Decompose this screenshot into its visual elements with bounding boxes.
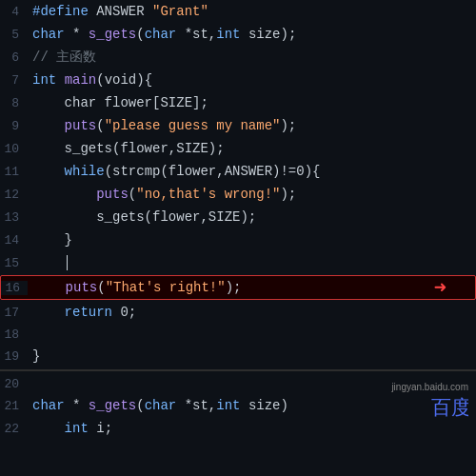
line-content: puts("no,that's wrong!"); — [27, 184, 476, 205]
code-token — [32, 255, 65, 270]
code-token — [32, 118, 65, 133]
code-line: 8 char flower[SIZE]; — [0, 91, 476, 114]
code-line: 7int main(void){ — [0, 69, 476, 91]
line-content: while(strcmp(flower,ANSWER)!=0){ — [27, 161, 476, 182]
code-token: ( — [96, 118, 104, 133]
line-content: puts("please guess my name"); — [27, 115, 476, 136]
line-number: 7 — [0, 73, 27, 88]
code-token — [32, 421, 65, 436]
code-token: char — [32, 27, 65, 42]
code-token: // 主函数 — [32, 50, 96, 65]
line-number: 5 — [0, 28, 27, 42]
code-token: "no,that's wrong!" — [136, 187, 280, 202]
code-token: s_gets(flower,SIZE); — [32, 209, 256, 225]
code-line: 13 s_gets(flower,SIZE); — [0, 206, 476, 228]
code-token: char flower[SIZE]; — [32, 95, 208, 110]
code-token: ( — [136, 398, 144, 413]
code-token: ( — [136, 27, 144, 42]
code-token: size) — [241, 398, 288, 413]
line-number: 14 — [0, 233, 27, 248]
code-token: * — [65, 27, 89, 42]
code-token: (strcmp(flower,ANSWER)!=0){ — [105, 164, 321, 179]
code-token: "That's right!" — [106, 280, 226, 295]
code-line: 9 puts("please guess my name"); — [0, 114, 476, 137]
baidu-icon: 百度 — [430, 392, 468, 421]
text-cursor — [67, 255, 68, 270]
line-number: 21 — [0, 399, 27, 413]
svg-text:百度: 百度 — [431, 396, 468, 418]
line-content: puts("That's right!"); — [28, 277, 475, 298]
code-token: } — [32, 348, 40, 364]
line-number: 6 — [0, 50, 27, 65]
code-token: } — [32, 232, 72, 248]
line-number: 9 — [0, 119, 27, 133]
code-token: (void){ — [96, 72, 152, 88]
code-token: "Grant" — [152, 4, 208, 19]
code-line: 19} — [0, 345, 476, 367]
code-token: int — [216, 27, 240, 42]
code-token: char — [145, 398, 177, 413]
code-token: puts — [65, 118, 97, 133]
code-token: ); — [226, 280, 242, 295]
code-line: 17 return 0; — [0, 301, 476, 324]
code-line: 10 s_gets(flower,SIZE); — [0, 137, 476, 160]
code-token — [32, 187, 96, 202]
code-token: puts — [66, 280, 98, 295]
code-token: size); — [241, 27, 297, 42]
code-token: i; — [89, 421, 112, 436]
code-token: return — [65, 305, 112, 320]
watermark-url: jingyan.baidu.com — [391, 382, 468, 392]
code-line: 18 — [0, 324, 476, 345]
code-token: #define — [32, 4, 96, 19]
line-number: 13 — [0, 210, 27, 225]
code-token: int — [32, 72, 56, 88]
line-number: 19 — [0, 349, 27, 364]
code-token: ANSWER — [96, 4, 152, 19]
line-number: 20 — [0, 377, 27, 391]
code-token — [32, 305, 65, 320]
code-token: "please guess my name" — [105, 118, 281, 133]
code-line: 14 } — [0, 228, 476, 251]
line-content: char * s_gets(char *st,int size); — [27, 24, 476, 45]
line-content: // 主函数 — [27, 47, 476, 68]
line-content: s_gets(flower,SIZE); — [27, 138, 476, 159]
line-number: 4 — [0, 5, 27, 19]
line-content: return 0; — [27, 302, 476, 323]
code-token: ); — [280, 118, 296, 133]
code-line: 11 while(strcmp(flower,ANSWER)!=0){ — [0, 160, 476, 183]
line-number: 10 — [0, 142, 27, 156]
line-content: int i; — [27, 418, 476, 439]
line-number: 12 — [0, 188, 27, 202]
code-token: int — [65, 421, 89, 436]
line-content: #define ANSWER "Grant" — [27, 1, 476, 22]
watermark: jingyan.baidu.com 百度 — [391, 382, 468, 421]
line-number: 18 — [0, 327, 27, 342]
line-number: 17 — [0, 306, 27, 320]
code-token: main — [65, 72, 97, 88]
code-token — [33, 280, 66, 295]
code-token: ( — [97, 280, 105, 295]
line-content: s_gets(flower,SIZE); — [27, 207, 476, 228]
code-token: *st, — [176, 27, 216, 42]
line-number: 22 — [0, 422, 27, 436]
code-token: s_gets — [89, 27, 136, 42]
code-token — [32, 164, 65, 179]
arrow-container: ➜ — [434, 275, 446, 301]
code-line: 15 — [0, 251, 476, 274]
code-token: ); — [280, 187, 296, 202]
code-line: 5char * s_gets(char *st,int size); — [0, 23, 476, 46]
line-content: } — [27, 346, 476, 367]
line-number: 16 — [1, 281, 28, 295]
line-content — [27, 252, 476, 273]
code-token: char — [32, 398, 65, 413]
line-content: } — [27, 229, 476, 250]
code-token: * — [65, 398, 89, 413]
code-line: 6// 主函数 — [0, 46, 476, 69]
code-token: while — [65, 164, 105, 179]
line-number: 15 — [0, 256, 27, 270]
code-line: 4#define ANSWER "Grant" — [0, 0, 476, 23]
line-content: int main(void){ — [27, 69, 476, 90]
code-token: s_gets — [89, 398, 136, 413]
baidu-logo: 百度 — [430, 392, 468, 421]
code-token — [56, 72, 64, 88]
